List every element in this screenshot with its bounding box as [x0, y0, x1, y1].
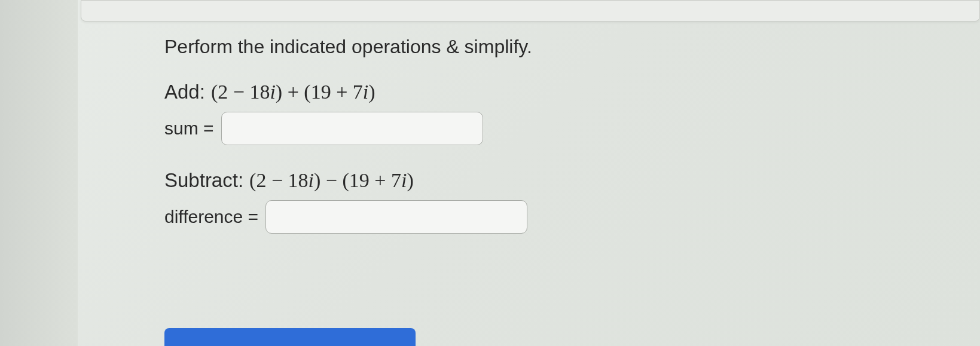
add-expression: (2 − 18i) + (19 + 7i): [211, 81, 375, 103]
add-problem-line: Add: (2 − 18i) + (19 + 7i): [164, 81, 944, 103]
subtract-expression: (2 − 18i) − (19 + 7i): [249, 169, 414, 192]
submit-button[interactable]: [164, 328, 416, 346]
content-area: Perform the indicated operations & simpl…: [164, 36, 944, 258]
difference-answer-line: difference =: [164, 200, 944, 234]
subtract-label: Subtract:: [164, 169, 243, 192]
add-problem: Add: (2 − 18i) + (19 + 7i) sum =: [164, 81, 944, 145]
subtract-problem-line: Subtract: (2 − 18i) − (19 + 7i): [164, 169, 944, 192]
instruction-text: Perform the indicated operations & simpl…: [164, 36, 944, 58]
question-panel: Perform the indicated operations & simpl…: [0, 0, 980, 346]
subtract-problem: Subtract: (2 − 18i) − (19 + 7i) differen…: [164, 169, 944, 234]
add-label: Add:: [164, 81, 205, 103]
sum-label: sum =: [164, 118, 214, 139]
side-margin: [0, 0, 78, 346]
top-bar: [81, 0, 980, 22]
difference-label: difference =: [164, 207, 258, 227]
sum-answer-line: sum =: [164, 112, 944, 145]
difference-input[interactable]: [265, 200, 527, 234]
sum-input[interactable]: [221, 112, 483, 145]
